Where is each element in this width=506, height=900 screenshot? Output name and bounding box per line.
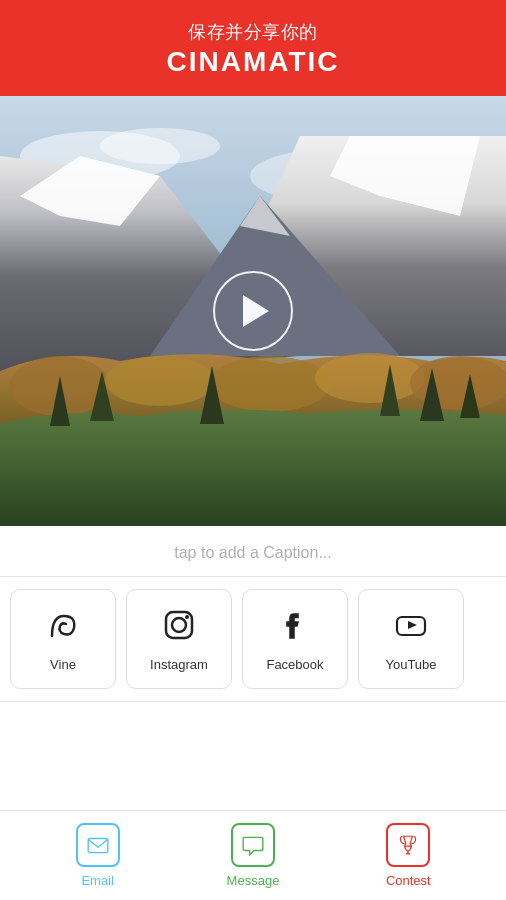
svg-point-24	[185, 615, 189, 619]
instagram-label: Instagram	[150, 657, 208, 672]
bottom-nav: Email Message Contest	[0, 810, 506, 900]
share-buttons-row: Vine Instagram Facebook YouTube	[0, 577, 506, 702]
svg-point-13	[210, 356, 330, 412]
youtube-icon	[392, 606, 430, 649]
instagram-icon	[160, 606, 198, 649]
vine-label: Vine	[50, 657, 76, 672]
svg-marker-26	[408, 621, 417, 629]
svg-point-23	[172, 618, 186, 632]
share-vine-button[interactable]: Vine	[10, 589, 116, 689]
email-nav-label: Email	[81, 873, 114, 888]
header: 保存并分享你的 CINAMATIC	[0, 0, 506, 96]
header-title: CINAMATIC	[10, 46, 496, 78]
header-subtitle: 保存并分享你的	[10, 20, 496, 44]
svg-point-14	[315, 353, 425, 403]
message-nav-icon	[231, 823, 275, 867]
vine-icon	[44, 606, 82, 649]
svg-rect-27	[88, 838, 108, 852]
email-nav-icon	[76, 823, 120, 867]
facebook-icon	[276, 606, 314, 649]
message-nav-label: Message	[227, 873, 280, 888]
svg-point-2	[100, 128, 220, 164]
share-youtube-button[interactable]: YouTube	[358, 589, 464, 689]
caption-placeholder: tap to add a Caption...	[20, 544, 486, 562]
nav-contest[interactable]: Contest	[368, 823, 448, 888]
svg-point-12	[105, 356, 215, 406]
youtube-label: YouTube	[385, 657, 436, 672]
contest-nav-label: Contest	[386, 873, 431, 888]
facebook-label: Facebook	[266, 657, 323, 672]
share-facebook-button[interactable]: Facebook	[242, 589, 348, 689]
play-button[interactable]	[213, 271, 293, 351]
nav-email[interactable]: Email	[58, 823, 138, 888]
video-container[interactable]	[0, 96, 506, 526]
nav-message[interactable]: Message	[213, 823, 293, 888]
contest-nav-icon	[386, 823, 430, 867]
share-instagram-button[interactable]: Instagram	[126, 589, 232, 689]
caption-area[interactable]: tap to add a Caption...	[0, 526, 506, 577]
